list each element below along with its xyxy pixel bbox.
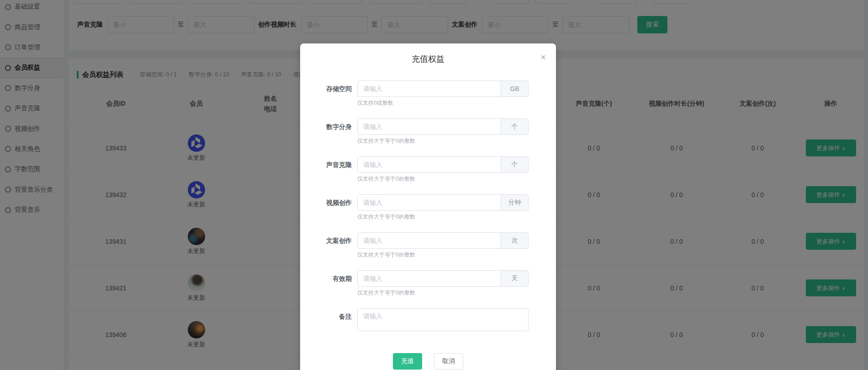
field-input[interactable] [358,81,501,97]
unit-suffix: 个 [501,157,528,172]
field-input[interactable] [358,233,501,248]
remark-row: 备注 [300,308,529,333]
remark-textarea[interactable] [357,308,529,331]
field-label: 声音克隆 [300,156,352,183]
field-label: 文案创作 [300,232,352,259]
app-screen: 基础设置 商品管理 订单管理 会员权益 数字分身 声音克隆 视频创作 [0,0,868,370]
form-row: 存储空间 GB 仅支持0或整数 [300,80,529,107]
unit-suffix: 分钟 [501,195,528,210]
cancel-button[interactable]: 取消 [434,353,463,370]
field-label: 视频创作 [300,194,352,221]
field-input[interactable] [358,157,501,172]
field-hint: 仅支持大于等于0的整数 [357,175,529,183]
field-label: 数字分身 [300,118,352,145]
confirm-recharge-button[interactable]: 充值 [393,353,422,370]
input-group: 个 [357,118,529,135]
close-icon[interactable]: × [540,53,546,62]
input-group: 分钟 [357,194,529,211]
unit-suffix: 次 [501,233,528,248]
field-input[interactable] [358,271,501,286]
form-row: 数字分身 个 仅支持大于等于0的整数 [300,118,529,145]
remark-label: 备注 [300,308,352,333]
form-row: 视频创作 分钟 仅支持大于等于0的整数 [300,194,529,221]
dialog-title: 充值权益 [300,54,556,64]
field-input[interactable] [358,195,501,210]
form-row: 有效期 天 仅支持大于等于0的整数 [300,270,529,297]
field-label: 有效期 [300,270,352,297]
unit-suffix: GB [501,81,528,97]
field-hint: 仅支持大于等于0的整数 [357,289,529,297]
field-hint: 仅支持大于等于0的整数 [357,213,529,221]
form-row: 声音克隆 个 仅支持大于等于0的整数 [300,156,529,183]
recharge-benefits-dialog: 充值权益 × 存储空间 GB 仅支持0或整数 数字分身 [300,43,556,370]
field-hint: 仅支持大于等于0的整数 [357,251,529,259]
input-group: 天 [357,270,529,287]
form-row: 文案创作 次 仅支持大于等于0的整数 [300,232,529,259]
input-group: 个 [357,156,529,173]
field-label: 存储空间 [300,80,352,107]
field-hint: 仅支持0或整数 [357,99,529,107]
input-group: 次 [357,232,529,249]
input-group: GB [357,80,529,97]
field-input[interactable] [358,119,501,134]
dialog-form: 存储空间 GB 仅支持0或整数 数字分身 个 [300,80,529,333]
field-hint: 仅支持大于等于0的整数 [357,137,529,145]
unit-suffix: 个 [501,119,528,134]
dialog-footer: 充值 取消 [300,353,556,370]
unit-suffix: 天 [501,271,528,286]
